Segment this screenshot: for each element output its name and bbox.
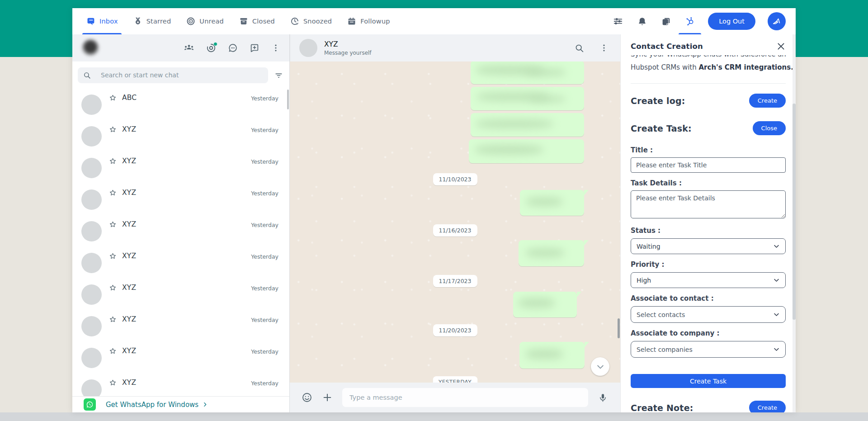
sidebar-header [72, 34, 289, 61]
chat-list-item[interactable]: XYZYesterday [72, 279, 289, 310]
conversation-avatar[interactable] [299, 39, 317, 57]
chat-name: XYZ [122, 347, 136, 355]
message-bubble[interactable] [471, 87, 584, 110]
tab-starred[interactable]: Starred [133, 8, 171, 34]
panel-scrollbar-thumb[interactable] [793, 104, 796, 320]
task-details-label: Task Details : [631, 179, 786, 187]
snooze-clock-icon [290, 17, 299, 26]
chat-list-scrollbar[interactable] [287, 90, 289, 109]
avatar [81, 348, 102, 368]
chat-list-item[interactable]: XYZYesterday [72, 374, 289, 396]
assoc-contact-value: Select contacts [637, 311, 685, 318]
star-icon[interactable] [109, 157, 117, 165]
task-details-textarea[interactable] [631, 190, 786, 218]
create-task-close-button[interactable]: Close [753, 121, 786, 135]
tab-followup[interactable]: Followup [347, 8, 390, 34]
logout-button[interactable]: Log Out [708, 13, 755, 30]
message-area-scrollbar[interactable] [618, 318, 620, 338]
chat-time: Yesterday [251, 253, 278, 260]
date-separator: 11/16/2023 [433, 224, 477, 237]
channels-button[interactable] [228, 43, 238, 53]
panel-close-button[interactable] [776, 42, 786, 51]
intro-text: Hubspot CRMs with Arch's CRM integration… [631, 63, 786, 71]
chat-list-item[interactable]: XYZYesterday [72, 215, 289, 247]
message-bubble[interactable] [469, 139, 584, 163]
status-button[interactable] [206, 43, 216, 53]
scroll-to-bottom-button[interactable] [591, 357, 609, 376]
chat-filter-button[interactable] [274, 71, 283, 80]
message-bubble[interactable] [520, 190, 584, 216]
copy-cards-icon [661, 17, 671, 26]
star-icon[interactable] [109, 221, 117, 228]
chevron-right-icon [202, 402, 208, 407]
search-icon [83, 71, 91, 79]
message-bubble[interactable] [519, 240, 584, 266]
star-icon[interactable] [109, 126, 117, 133]
star-icon[interactable] [109, 284, 117, 292]
search-input[interactable] [101, 71, 263, 79]
create-task-submit-button[interactable]: Create Task [631, 374, 786, 388]
templates-button[interactable] [660, 8, 672, 34]
account-avatar[interactable] [768, 12, 786, 30]
message-bubble[interactable] [471, 113, 584, 137]
notifications-button[interactable] [636, 8, 648, 34]
tab-closed[interactable]: Closed [239, 8, 275, 34]
tab-snoozed[interactable]: Snoozed [290, 8, 332, 34]
chat-name: XYZ [122, 157, 136, 165]
tab-inbox[interactable]: Inbox [86, 8, 118, 34]
message-bubble[interactable] [513, 292, 577, 317]
chat-name: XYZ [122, 125, 136, 133]
create-note-row: Create Note: Create [631, 401, 786, 412]
chat-list-item[interactable]: XYZYesterday [72, 152, 289, 184]
attach-button[interactable] [322, 393, 332, 402]
star-icon[interactable] [109, 379, 117, 387]
hubspot-integration-button[interactable] [684, 8, 696, 34]
chat-list-item[interactable]: XYZYesterday [72, 120, 289, 152]
star-icon[interactable] [109, 316, 117, 323]
message-input[interactable] [342, 388, 588, 407]
star-icon[interactable] [109, 347, 117, 355]
task-status-label: Status : [631, 227, 786, 235]
conversation-title: XYZ [324, 40, 372, 48]
create-note-button[interactable]: Create [749, 401, 786, 412]
kebab-menu-icon [271, 43, 280, 52]
conversation-search-button[interactable] [575, 43, 584, 53]
get-whatsapp-banner[interactable]: Get WhatsApp for Windows [72, 396, 289, 412]
emoji-button[interactable] [302, 392, 312, 403]
plus-icon [322, 393, 332, 402]
message-bubble[interactable] [471, 61, 584, 84]
chat-list-item[interactable]: ABCYesterday [72, 89, 289, 120]
task-title-input[interactable] [631, 157, 786, 173]
user-avatar-blurred[interactable] [81, 39, 99, 57]
star-icon[interactable] [109, 94, 117, 102]
task-priority-select[interactable]: High [631, 272, 786, 288]
search-icon [575, 43, 584, 53]
star-icon[interactable] [109, 189, 117, 197]
conversation-menu-button[interactable] [599, 43, 609, 52]
star-icon[interactable] [109, 252, 117, 260]
message-area[interactable]: 11/10/2023 11/16/2023 11/17/2023 11/20/2… [290, 61, 620, 383]
panel-title: Contact Creation [631, 42, 703, 51]
task-status-select[interactable]: Waiting [631, 238, 786, 254]
unread-target-icon [186, 17, 195, 26]
conversation-meta[interactable]: XYZ Message yourself [324, 40, 372, 56]
chat-time: Yesterday [251, 285, 278, 292]
assoc-contact-select[interactable]: Select contacts [631, 306, 786, 323]
communities-button[interactable] [184, 43, 194, 53]
sidebar-menu-button[interactable] [271, 43, 280, 52]
filter-settings-button[interactable] [612, 8, 624, 34]
chat-list-item[interactable]: XYZYesterday [72, 310, 289, 342]
assoc-company-select[interactable]: Select companies [631, 341, 786, 358]
chat-list-item[interactable]: XYZYesterday [72, 184, 289, 215]
voice-message-button[interactable] [598, 393, 608, 402]
chat-list-item[interactable]: XYZYesterday [72, 247, 289, 279]
new-chat-button[interactable] [250, 43, 259, 53]
create-log-button[interactable]: Create [749, 94, 786, 108]
chat-list-item[interactable]: XYZYesterday [72, 342, 289, 374]
message-bubble[interactable] [519, 342, 585, 369]
chevron-down-icon [773, 277, 780, 284]
avatar [81, 95, 102, 115]
page: Inbox Starred Unread Closed Snoozed [0, 0, 868, 421]
conversation-header-actions [575, 43, 609, 53]
tab-unread[interactable]: Unread [186, 8, 224, 34]
